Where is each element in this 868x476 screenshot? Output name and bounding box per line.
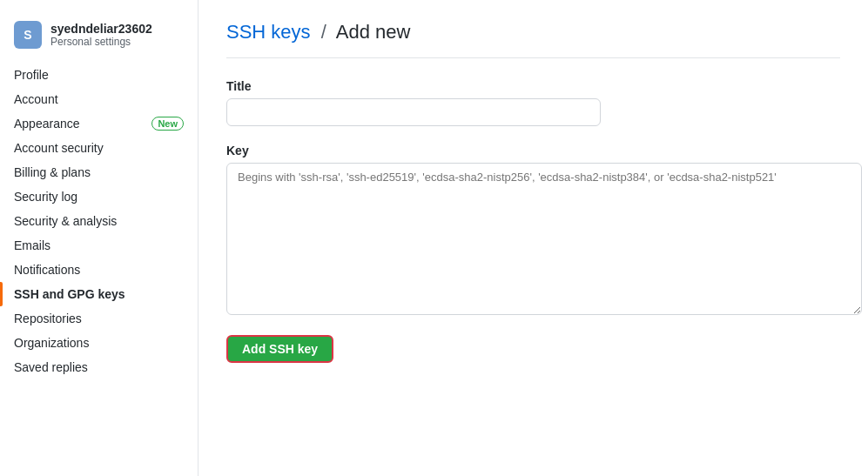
avatar-initials: S [24,28,31,42]
page-title: SSH keys / Add new [226,21,410,44]
submit-section: Add SSH key [226,335,840,363]
sidebar-item-security-log[interactable]: Security log [0,184,198,209]
breadcrumb-separator: / [321,21,326,43]
sidebar-subtitle: Personal settings [50,36,152,48]
sidebar-item-appearance[interactable]: Appearance New [0,111,198,136]
sidebar-item-label: Saved replies [14,360,88,374]
sidebar: S syedndeliar23602 Personal settings Pro… [0,0,198,476]
sidebar-item-profile[interactable]: Profile [0,63,198,87]
sidebar-item-billing[interactable]: Billing & plans [0,160,198,184]
sidebar-item-label: Security log [14,190,77,204]
appearance-badge: New [151,117,184,131]
sidebar-item-label: Profile [14,68,49,82]
sidebar-item-label: Account [14,92,58,106]
breadcrumb-current: Add new [336,21,411,43]
sidebar-item-label: Appearance [14,117,80,131]
page-header: SSH keys / Add new [226,21,840,58]
title-label: Title [226,79,840,93]
add-ssh-key-button[interactable]: Add SSH key [226,335,333,363]
sidebar-item-organizations[interactable]: Organizations [0,331,198,355]
breadcrumb-link[interactable]: SSH keys [226,21,311,43]
main-content: SSH keys / Add new Title Key Add SSH key [198,0,868,476]
sidebar-item-label: Billing & plans [14,165,91,179]
sidebar-nav: Profile Account Appearance New Account s… [0,63,198,379]
sidebar-item-label: Emails [14,238,50,252]
key-label: Key [226,144,840,158]
sidebar-item-label: Account security [14,141,104,155]
key-textarea[interactable] [226,163,862,315]
sidebar-item-label: Notifications [14,263,80,277]
sidebar-item-label: Security & analysis [14,214,117,228]
sidebar-username: syedndeliar23602 [50,22,152,36]
sidebar-item-emails[interactable]: Emails [0,233,198,258]
sidebar-item-security-analysis[interactable]: Security & analysis [0,209,198,233]
sidebar-item-account[interactable]: Account [0,87,198,111]
sidebar-item-label: Repositories [14,312,82,325]
sidebar-item-ssh-gpg-keys[interactable]: SSH and GPG keys [0,282,198,306]
sidebar-item-label: Organizations [14,336,89,350]
sidebar-item-repositories[interactable]: Repositories [0,306,198,331]
title-input[interactable] [226,98,601,126]
sidebar-item-notifications[interactable]: Notifications [0,258,198,282]
sidebar-item-account-security[interactable]: Account security [0,136,198,160]
user-info: syedndeliar23602 Personal settings [50,22,152,48]
key-form-group: Key [226,144,840,318]
avatar: S [14,21,42,49]
title-form-group: Title [226,79,840,126]
sidebar-item-label: SSH and GPG keys [14,287,125,301]
sidebar-item-saved-replies[interactable]: Saved replies [0,355,198,379]
sidebar-user-section: S syedndeliar23602 Personal settings [0,14,198,63]
